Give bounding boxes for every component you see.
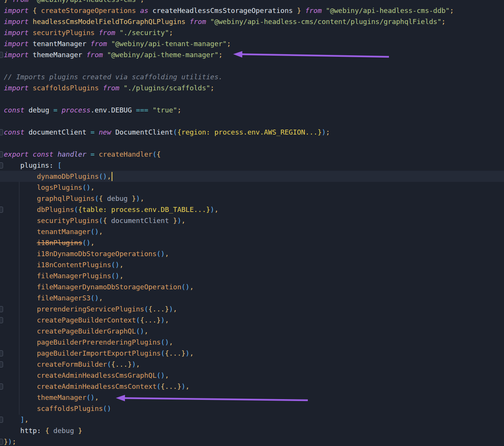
code-token — [4, 239, 37, 247]
code-line[interactable] — [0, 138, 504, 149]
code-token: tenantManager — [33, 40, 91, 48]
code-line[interactable]: http: { debug } — [0, 425, 504, 436]
code-token: { — [99, 194, 107, 202]
code-line[interactable]: createAdminHeadlessCmsGraphQL(), — [0, 370, 504, 381]
code-line[interactable]: graphqlPlugins({ debug }), — [0, 193, 504, 204]
code-line[interactable]: fileManagerPlugins(), — [0, 270, 504, 281]
code-token: import — [4, 18, 33, 26]
fold-marker-icon[interactable] — [0, 350, 3, 356]
code-line[interactable]: i18nContentPlugins(), — [0, 259, 504, 270]
code-line[interactable]: import headlessCmsModelFieldToGraphQLPlu… — [0, 16, 504, 27]
code-line[interactable]: createPageBuilderContext({...}), — [0, 314, 504, 326]
code-line[interactable]: scaffoldsPlugins() — [0, 403, 504, 414]
code-line[interactable] — [0, 93, 504, 104]
code-token: , — [99, 294, 103, 302]
code-token: documentClient — [29, 128, 91, 136]
code-token: tenantManager — [4, 228, 91, 236]
code-token: createHandler — [99, 150, 152, 158]
code-token: () — [86, 393, 95, 401]
code-line[interactable]: logsPlugins(), — [0, 182, 504, 193]
code-token: {region: process.env.AWS_REGION...} — [177, 128, 322, 136]
code-line[interactable]: dynamoDbPlugins(), — [0, 171, 504, 182]
code-line[interactable]: tenantManager(), — [0, 226, 504, 237]
code-token: const — [4, 128, 29, 136]
code-line[interactable]: themeManager(), — [0, 392, 504, 403]
code-line[interactable]: import scaffoldsPlugins from "./plugins/… — [0, 82, 504, 93]
code-line[interactable]: // Imports plugins created via scaffoldi… — [0, 71, 504, 82]
code-line[interactable]: i18nPlugins(), — [0, 237, 504, 248]
code-line[interactable]: const debug = process.env.DEBUG === "tru… — [0, 104, 504, 116]
code-line[interactable] — [0, 60, 504, 71]
code-token: } — [173, 217, 177, 225]
code-token: DocumentClient — [115, 128, 173, 136]
code-token: pageBuilderPrerenderingPlugins — [4, 338, 161, 346]
code-line[interactable]: export const handler = createHandler({ — [0, 149, 504, 160]
code-line[interactable]: dbPlugins({table: process.env.DB_TABLE..… — [0, 204, 504, 215]
fold-marker-icon[interactable] — [0, 52, 3, 58]
code-token: , — [181, 217, 186, 225]
fold-marker-icon[interactable] — [0, 207, 3, 213]
code-line[interactable]: import tenantManager from "@webiny/api-t… — [0, 38, 504, 49]
code-line[interactable]: fileManagerDynamoDbStorageOperation(), — [0, 281, 504, 292]
code-line[interactable]: securityPlugins({ documentClient }), — [0, 215, 504, 226]
code-token: ) — [136, 194, 140, 202]
code-token: , — [94, 393, 99, 401]
code-token: createPageBuilderGraphQL — [4, 327, 136, 335]
fold-marker-icon[interactable] — [0, 383, 3, 390]
code-line[interactable]: i18nDynamoDbStorageOperations(), — [0, 248, 504, 259]
code-token: ( — [161, 349, 165, 357]
code-token: new — [99, 128, 115, 136]
code-line[interactable]: fileManagerS3(), — [0, 292, 504, 303]
code-token: ( — [144, 305, 148, 313]
code-token: process — [62, 106, 91, 114]
code-token: () — [91, 294, 99, 302]
code-token: ] — [4, 416, 24, 424]
code-editor[interactable]: } from "@webiny/api-headless-cms";import… — [0, 0, 504, 446]
code-token: createHeadlessCmsStorageOperations — [152, 6, 297, 14]
fold-marker-icon[interactable] — [0, 317, 3, 323]
code-line[interactable]: createPageBuilderGraphQL(), — [0, 326, 504, 337]
code-line[interactable]: ], — [0, 414, 504, 425]
fold-marker-icon[interactable] — [0, 361, 3, 367]
code-token: from — [99, 29, 119, 37]
code-line[interactable]: createAdminHeadlessCmsContext({...}), — [0, 381, 504, 392]
code-line[interactable]: pageBuilderPrerenderingPlugins(), — [0, 337, 504, 348]
code-token: {...} — [148, 305, 169, 313]
code-token: const — [4, 106, 29, 114]
code-token: , — [165, 250, 169, 258]
fold-marker-icon[interactable] — [0, 151, 3, 157]
fold-marker-icon[interactable] — [0, 162, 3, 168]
code-line[interactable]: } from "@webiny/api-headless-cms"; — [0, 0, 504, 5]
code-line[interactable]: pageBuilderImportExportPlugins({...}), — [0, 348, 504, 359]
code-token: import — [4, 40, 33, 48]
fold-marker-icon[interactable] — [0, 439, 3, 445]
code-token: "true" — [152, 106, 177, 114]
code-token: , — [119, 261, 123, 269]
code-token: "@webiny/api-headless-cms-ddb" — [326, 6, 450, 14]
fold-marker-icon[interactable] — [0, 306, 3, 312]
code-token: ; — [442, 18, 446, 26]
code-token: ( — [157, 382, 161, 390]
code-token: , — [144, 327, 148, 335]
code-token: scaffoldsPlugins — [4, 404, 103, 412]
code-token: headlessCmsModelFieldToGraphQLPlugins — [33, 18, 190, 26]
code-area[interactable]: } from "@webiny/api-headless-cms";import… — [0, 0, 504, 446]
code-token: "./security" — [119, 29, 169, 37]
code-line[interactable]: import { createStorageOperations as crea… — [0, 5, 504, 16]
code-line[interactable]: import securityPlugins from "./security"… — [0, 27, 504, 38]
code-line[interactable]: }); — [0, 436, 504, 446]
code-line[interactable]: prerenderingServicePlugins({...}), — [0, 303, 504, 314]
code-token: ; — [140, 0, 144, 3]
code-token: [ — [58, 161, 62, 169]
code-line[interactable] — [0, 116, 504, 127]
code-token: () — [111, 261, 120, 269]
code-line[interactable]: import themeManager from "@webiny/api-th… — [0, 49, 504, 60]
code-token: () — [82, 183, 91, 191]
fold-marker-icon[interactable] — [0, 129, 3, 135]
fold-marker-icon[interactable] — [0, 417, 3, 423]
code-line[interactable]: createFormBuilder({...}), — [0, 359, 504, 370]
code-token: import — [4, 84, 33, 92]
code-token: fileManagerS3 — [4, 294, 91, 302]
code-line[interactable]: const documentClient = new DocumentClien… — [0, 127, 504, 138]
code-line[interactable]: plugins: [ — [0, 160, 504, 171]
